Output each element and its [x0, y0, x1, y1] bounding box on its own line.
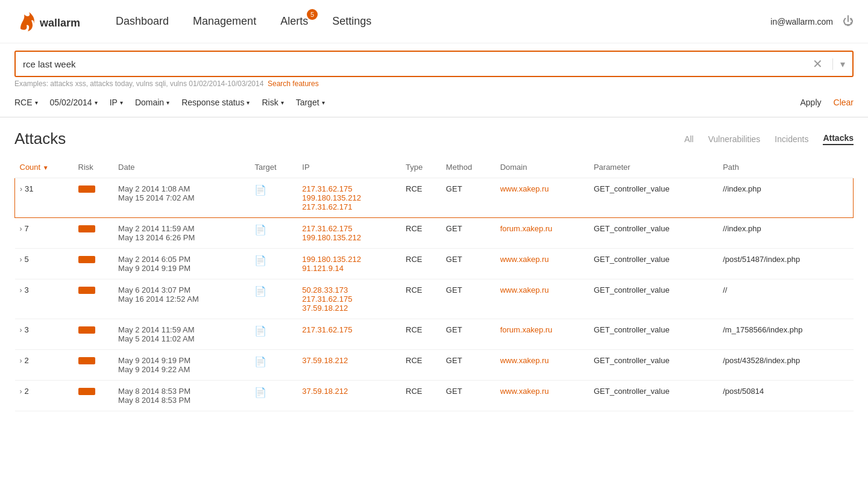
ip-value[interactable]: 217.31.62.175: [302, 184, 396, 193]
target-cell[interactable]: 📄: [250, 218, 297, 249]
tab-all[interactable]: All: [684, 134, 694, 144]
risk-badge: [78, 256, 95, 263]
domain-cell[interactable]: forum.xakep.ru: [495, 218, 589, 249]
ip-value[interactable]: 50.28.33.173: [302, 285, 396, 294]
parameter-cell: GET_controller_value: [589, 381, 718, 411]
method-cell: GET: [441, 218, 495, 249]
target-cell[interactable]: 📄: [250, 249, 297, 279]
ip-value[interactable]: 37.59.18.212: [302, 304, 396, 313]
ip-value[interactable]: 217.31.62.171: [302, 202, 396, 211]
path-cell: //index.php: [718, 218, 853, 249]
power-button[interactable]: ⏻: [843, 15, 854, 28]
date-line: May 9 2014 9:22 AM: [118, 365, 245, 374]
response-chevron-icon: ▾: [247, 99, 250, 106]
expand-icon[interactable]: ›: [20, 255, 22, 264]
method-cell: GET: [441, 381, 495, 411]
table-row: ›5May 2 2014 6:05 PMMay 9 2014 9:19 PM📄1…: [15, 249, 854, 279]
ip-value[interactable]: 91.121.9.14: [302, 264, 396, 273]
col-target: Target: [250, 158, 297, 178]
ip-value[interactable]: 217.31.62.175: [302, 224, 396, 233]
parameter-cell: GET_controller_value: [589, 319, 718, 350]
apply-button[interactable]: Apply: [800, 98, 822, 107]
nav-dashboard[interactable]: Dashboard: [116, 15, 169, 28]
clear-button[interactable]: Clear: [834, 98, 854, 107]
date-cell: May 6 2014 3:07 PMMay 16 2014 12:52 AM: [113, 279, 250, 319]
expand-icon[interactable]: ›: [20, 286, 22, 294]
domain-cell[interactable]: www.xakep.ru: [495, 350, 589, 381]
risk-badge: [78, 185, 95, 193]
date-cell: May 2 2014 11:59 AMMay 5 2014 11:02 AM: [113, 319, 250, 350]
tab-vulnerabilities[interactable]: Vulnerabilities: [708, 134, 761, 144]
risk-badge: [78, 326, 95, 334]
risk-cell: [74, 319, 114, 350]
filter-ip[interactable]: IP ▾: [110, 98, 123, 107]
ip-value[interactable]: 199.180.135.212: [302, 255, 396, 264]
section-header: Attacks All Vulnerabilities Incidents At…: [14, 129, 854, 148]
count-cell: ›2: [15, 350, 74, 381]
filter-date[interactable]: 05/02/2014 ▾: [50, 98, 98, 107]
method-cell: GET: [441, 249, 495, 279]
count-value: 3: [25, 285, 29, 294]
domain-cell[interactable]: www.xakep.ru: [495, 249, 589, 279]
col-risk: Risk: [74, 158, 114, 178]
expand-icon[interactable]: ›: [20, 387, 22, 396]
view-tabs: All Vulnerabilities Incidents Attacks: [684, 133, 854, 145]
nav-management[interactable]: Management: [193, 15, 256, 28]
app-root: wallarm Dashboard Management Alerts 5 Se…: [0, 0, 868, 423]
col-type: Type: [401, 158, 441, 178]
target-cell[interactable]: 📄: [250, 350, 297, 381]
ip-value[interactable]: 217.31.62.175: [302, 294, 396, 304]
target-cell[interactable]: 📄: [250, 381, 297, 411]
expand-icon[interactable]: ›: [20, 357, 22, 365]
expand-icon[interactable]: ›: [20, 326, 22, 334]
count-value: 3: [25, 325, 29, 334]
tab-attacks[interactable]: Attacks: [823, 133, 854, 145]
domain-cell[interactable]: www.xakep.ru: [495, 279, 589, 319]
domain-cell[interactable]: forum.xakep.ru: [495, 319, 589, 350]
path-cell: /m_1758566/index.php: [718, 319, 853, 350]
table-row: ›7May 2 2014 11:59 AMMay 13 2014 6:26 PM…: [15, 218, 854, 249]
ip-value[interactable]: 199.180.135.212: [302, 233, 396, 242]
nav-settings[interactable]: Settings: [332, 15, 371, 28]
search-input[interactable]: [23, 59, 813, 69]
logo[interactable]: wallarm: [14, 10, 87, 34]
ip-value[interactable]: 37.59.18.212: [302, 387, 396, 396]
tab-incidents[interactable]: Incidents: [775, 134, 808, 144]
target-cell[interactable]: 📄: [250, 279, 297, 319]
sort-arrow-icon: ▼: [43, 164, 49, 171]
filter-domain[interactable]: Domain ▾: [135, 98, 169, 107]
nav-alerts[interactable]: Alerts 5: [280, 15, 308, 28]
wallarm-logo-icon: wallarm: [14, 10, 87, 34]
date-cell: May 9 2014 9:19 PMMay 9 2014 9:22 AM: [113, 350, 250, 381]
filter-response-status[interactable]: Response status ▾: [181, 98, 250, 107]
filter-target[interactable]: Target ▾: [296, 98, 325, 107]
target-cell[interactable]: 📄: [250, 319, 297, 350]
target-icon: 📄: [254, 387, 266, 397]
parameter-cell: GET_controller_value: [589, 350, 718, 381]
filter-rce[interactable]: RCE ▾: [14, 98, 38, 107]
clear-icon[interactable]: ✕: [813, 57, 823, 71]
parameter-cell: GET_controller_value: [589, 218, 718, 249]
date-cell: May 8 2014 8:53 PMMay 8 2014 8:53 PM: [113, 381, 250, 411]
filter-risk[interactable]: Risk ▾: [262, 98, 283, 107]
count-value: 7: [25, 224, 29, 233]
search-features-link[interactable]: Search features: [268, 79, 319, 88]
domain-cell[interactable]: www.xakep.ru: [495, 381, 589, 411]
ip-value[interactable]: 217.31.62.175: [302, 325, 396, 334]
search-dropdown-icon[interactable]: ▾: [832, 58, 845, 70]
domain-cell[interactable]: www.xakep.ru: [495, 178, 589, 218]
target-cell[interactable]: 📄: [250, 178, 297, 218]
expand-icon[interactable]: ›: [20, 225, 22, 233]
target-icon: 📄: [254, 255, 266, 266]
method-cell: GET: [441, 178, 495, 218]
type-cell: RCE: [401, 279, 441, 319]
date-cell: May 2 2014 6:05 PMMay 9 2014 9:19 PM: [113, 249, 250, 279]
col-count[interactable]: Count ▼: [15, 158, 74, 178]
parameter-cell: GET_controller_value: [589, 279, 718, 319]
date-line: May 2 2014 11:59 AM: [118, 325, 245, 334]
col-domain: Domain: [495, 158, 589, 178]
table-row: ›3May 2 2014 11:59 AMMay 5 2014 11:02 AM…: [15, 319, 854, 350]
expand-icon[interactable]: ›: [20, 185, 22, 193]
ip-value[interactable]: 199.180.135.212: [302, 193, 396, 202]
ip-value[interactable]: 37.59.18.212: [302, 356, 396, 365]
